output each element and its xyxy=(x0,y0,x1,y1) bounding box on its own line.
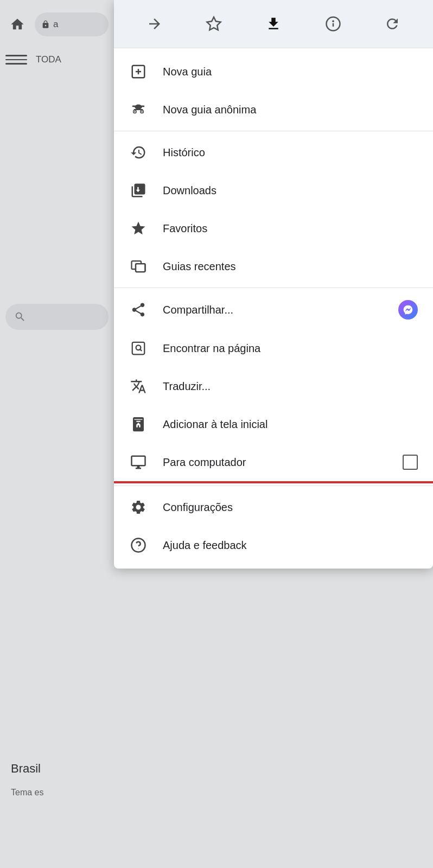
messenger-icon xyxy=(398,300,418,320)
downloads-icon xyxy=(129,181,148,200)
nova-guia-anonima-label: Nova guia anônima xyxy=(163,104,418,116)
svg-point-12 xyxy=(141,111,142,112)
menu-item-para-computador[interactable]: Para computador xyxy=(114,443,433,481)
menu-items-list: Nova guia Nova guia anônima xyxy=(114,48,433,569)
toolbar-row xyxy=(114,0,433,48)
svg-line-19 xyxy=(140,349,142,351)
divider-2 xyxy=(114,288,433,288)
new-tab-icon xyxy=(129,62,148,81)
svg-point-18 xyxy=(136,345,141,350)
translate-icon xyxy=(129,377,148,395)
svg-point-22 xyxy=(138,548,138,549)
menu-item-traduzir[interactable]: Traduzir... xyxy=(114,367,433,405)
share-icon xyxy=(129,301,148,319)
downloads-label: Downloads xyxy=(163,184,418,197)
traduzir-label: Traduzir... xyxy=(163,380,418,393)
historico-label: Histórico xyxy=(163,146,418,159)
menu-item-nova-guia-anonima[interactable]: Nova guia anônima xyxy=(114,91,433,129)
menu-item-configuracoes[interactable]: Configurações xyxy=(114,488,433,526)
desktop-icon xyxy=(129,453,148,471)
svg-rect-20 xyxy=(135,419,143,420)
menu-item-encontrar[interactable]: Encontrar na página xyxy=(114,329,433,367)
divider-3 xyxy=(114,486,433,486)
configuracoes-label: Configurações xyxy=(163,501,418,514)
info-button[interactable] xyxy=(319,10,347,38)
add-home-icon xyxy=(129,415,148,433)
find-icon xyxy=(129,339,148,358)
help-icon xyxy=(129,536,148,554)
menu-item-ajuda[interactable]: Ajuda e feedback xyxy=(114,526,433,564)
settings-icon xyxy=(129,498,148,516)
recent-tabs-icon xyxy=(129,257,148,276)
red-bar xyxy=(114,481,433,483)
favoritos-label: Favoritos xyxy=(163,222,418,235)
menu-item-nova-guia[interactable]: Nova guia xyxy=(114,53,433,91)
svg-marker-0 xyxy=(207,17,221,30)
svg-rect-17 xyxy=(132,342,145,355)
adicionar-tela-label: Adicionar à tela inicial xyxy=(163,418,418,431)
menu-item-compartilhar[interactable]: Compartilhar... xyxy=(114,290,433,329)
forward-button[interactable] xyxy=(141,10,169,38)
incognito-icon xyxy=(129,100,148,119)
dropdown-menu: Nova guia Nova guia anônima xyxy=(114,0,433,569)
refresh-button[interactable] xyxy=(378,10,406,38)
para-computador-label: Para computador xyxy=(163,456,387,469)
menu-item-adicionar-tela[interactable]: Adicionar à tela inicial xyxy=(114,405,433,443)
desktop-checkbox[interactable] xyxy=(403,455,418,470)
bookmark-button[interactable] xyxy=(200,10,228,38)
svg-rect-15 xyxy=(136,264,145,272)
divider-1 xyxy=(114,131,433,131)
messenger-badge xyxy=(398,300,418,320)
star-filled-icon xyxy=(129,219,148,238)
menu-item-historico[interactable]: Histórico xyxy=(114,133,433,171)
menu-item-guias-recentes[interactable]: Guias recentes xyxy=(114,247,433,285)
guias-recentes-label: Guias recentes xyxy=(163,260,418,273)
nova-guia-label: Nova guia xyxy=(163,66,418,78)
encontrar-label: Encontrar na página xyxy=(163,342,418,355)
svg-point-11 xyxy=(134,111,135,112)
menu-item-favoritos[interactable]: Favoritos xyxy=(114,209,433,247)
compartilhar-label: Compartilhar... xyxy=(163,304,383,316)
history-icon xyxy=(129,143,148,162)
download-button[interactable] xyxy=(259,10,288,38)
menu-item-downloads[interactable]: Downloads xyxy=(114,171,433,209)
ajuda-label: Ajuda e feedback xyxy=(163,539,418,552)
svg-rect-13 xyxy=(132,105,145,107)
